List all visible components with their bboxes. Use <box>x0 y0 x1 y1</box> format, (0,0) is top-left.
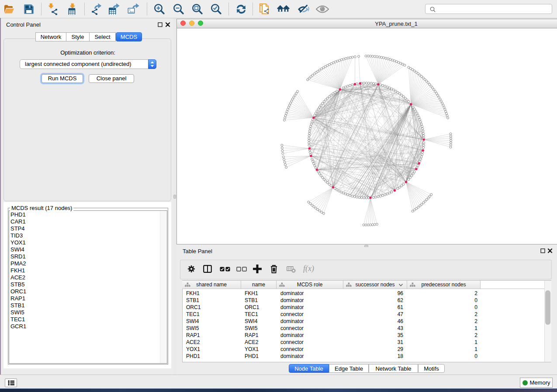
svg-text:f(x): f(x) <box>303 265 314 273</box>
